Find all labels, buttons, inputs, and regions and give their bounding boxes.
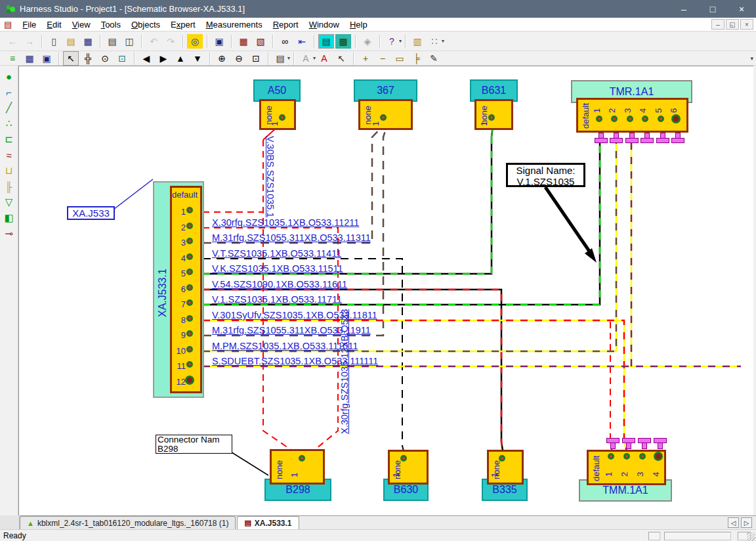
undo-button[interactable]: ↶	[146, 34, 161, 49]
label-pointer-button[interactable]: ↖	[333, 51, 349, 66]
signal-label-9[interactable]: M.PM.SZS1035.1XB.O533.111011	[212, 341, 358, 351]
wire-v301-branch[interactable]	[610, 322, 613, 457]
tab-scroll-right-button[interactable]: ▷	[741, 517, 752, 528]
leader-xa-label[interactable]	[114, 179, 153, 209]
pin-XA.J533.1-1[interactable]	[186, 207, 193, 213]
pan-left-button[interactable]: ◀	[138, 51, 154, 66]
label-auto-dropdown-icon[interactable]: ▾	[313, 55, 316, 61]
callout-connector-name[interactable]: Connector NamB298	[156, 435, 232, 454]
menu-help[interactable]: Help	[345, 18, 373, 31]
pin-TMM.1A1-2[interactable]	[623, 453, 630, 460]
pan-down-button[interactable]: ▼	[190, 51, 205, 66]
pin-B335-1[interactable]	[499, 455, 505, 462]
pin-TMR.1A1-2[interactable]	[611, 116, 618, 122]
menu-report[interactable]: Report	[268, 18, 304, 31]
node-tool-button[interactable]: ●	[2, 69, 16, 83]
terminal-pair-button[interactable]: ∷	[427, 34, 442, 49]
pin-TMM.1A1-3[interactable]	[639, 453, 646, 460]
schematic-view-button[interactable]: ▤	[318, 34, 334, 49]
signal-label-3[interactable]: V.T.SZS1035.1XB.O533.11411	[212, 248, 341, 259]
bend-tool-button[interactable]: ⌐	[2, 85, 16, 99]
print-button[interactable]: ▤	[104, 34, 120, 49]
terminal-pair-dropdown-icon[interactable]: ▾	[442, 38, 444, 44]
harness-view-button[interactable]: ▩	[335, 34, 351, 49]
connector-edit-button[interactable]: ✎	[426, 51, 442, 66]
probe-tool-button[interactable]: ⊸	[2, 227, 16, 241]
redo-button[interactable]: ↷	[163, 34, 178, 49]
callout-xa-label[interactable]: XA.J533	[67, 206, 115, 220]
pin-TMM.1A1-4[interactable]	[654, 452, 663, 461]
pin-B298-1[interactable]	[299, 455, 305, 462]
connector-tree-button[interactable]: ╞	[409, 51, 425, 66]
zoom-area-button[interactable]: ⊡	[114, 51, 130, 66]
pin-TMM.1A1-1[interactable]	[608, 453, 614, 460]
signal-label-5[interactable]: V.54.SZS1090.1XB.O533.11611	[212, 279, 347, 290]
goto-button[interactable]: ⇤	[294, 34, 310, 49]
pin-table-button[interactable]: ▦	[236, 34, 251, 49]
terminal-tool-button[interactable]: ▽	[2, 195, 16, 209]
pin-TMR.1A1-1[interactable]	[596, 116, 602, 122]
pin-XA.J533.1-5[interactable]	[186, 269, 193, 275]
zoom-out-button[interactable]: ⊖	[231, 51, 247, 66]
signal-label-7[interactable]: V.301SyUfv.SZS1035.1XB.O533.11811	[212, 310, 377, 320]
pan-right-button[interactable]: ▶	[156, 51, 171, 66]
resize-grip[interactable]	[747, 532, 755, 541]
back-button[interactable]: ←	[5, 34, 20, 49]
toolbar-overflow-icon[interactable]: ▾	[750, 55, 753, 62]
pin-B630-1[interactable]	[400, 455, 407, 462]
print-preview-button[interactable]: ◫	[121, 34, 137, 49]
menu-tools[interactable]: Tools	[96, 18, 126, 31]
net-table-button[interactable]: ▧	[253, 34, 268, 49]
zoom-button[interactable]: ⊙	[97, 51, 113, 66]
connector-small-button[interactable]: ▭	[392, 51, 408, 66]
render-3d-button[interactable]: ◈	[360, 34, 375, 49]
save-button[interactable]: ▦	[22, 51, 37, 66]
pin-TMR.1A1-3[interactable]	[627, 116, 633, 122]
pin-XA.J533.1-8[interactable]	[186, 315, 193, 322]
remove-pin-button[interactable]: −	[375, 51, 390, 66]
maximize-button[interactable]: □	[698, 0, 727, 18]
copy-button[interactable]: ▣	[211, 34, 227, 49]
splice-tool-button[interactable]: ∴	[2, 116, 16, 131]
help-dropdown-icon[interactable]: ▾	[399, 38, 402, 44]
pin-367-1[interactable]	[380, 114, 387, 121]
connector-tool-button[interactable]: ⊏	[2, 132, 16, 146]
find-button[interactable]: ∞	[277, 34, 293, 49]
menu-objects[interactable]: Objects	[126, 18, 165, 31]
pin-XA.J533.1-7[interactable]	[186, 299, 193, 306]
signal-label-10[interactable]: S.SDUEBT.SZS1035.1XB.O533.111111	[212, 356, 378, 366]
close-button[interactable]: ×	[727, 0, 756, 18]
measure-button[interactable]: ▥	[410, 34, 425, 49]
callout-arrow-line[interactable]	[545, 187, 591, 254]
menu-expert[interactable]: Expert	[165, 18, 201, 31]
signal-label-6[interactable]: V.1.SZS1035.1XB.O533.11711	[212, 294, 342, 305]
harness-tool-button[interactable]: ≡	[5, 51, 20, 66]
pin-XA.J533.1-10[interactable]	[186, 346, 193, 353]
signal-label-4[interactable]: V.K.SZS1035.1XB.O533.11511	[212, 263, 343, 274]
menu-measurements[interactable]: Measurements	[201, 18, 268, 31]
plug-tool-button[interactable]: ◧	[2, 211, 16, 225]
forward-button[interactable]: →	[22, 34, 37, 49]
zoom-document-button[interactable]: ◎	[187, 34, 203, 49]
vertical-signal-label-2[interactable]: X.30rfg.SZS1035.12XB.O533	[339, 309, 350, 434]
mdi-minimize-button[interactable]: –	[711, 19, 724, 30]
menu-window[interactable]: Window	[304, 18, 345, 31]
connector-label-367[interactable]: 367	[354, 79, 417, 102]
pin-TMR.1A1-6[interactable]	[671, 114, 681, 123]
menu-edit[interactable]: Edit	[41, 18, 66, 31]
schematic-canvas[interactable]: A50none1367none1B631none1TMR.1A1default1…	[18, 66, 753, 515]
mdi-close-button[interactable]: ×	[740, 19, 753, 30]
menu-file[interactable]: File	[17, 18, 41, 31]
pin-XA.J533.1-11[interactable]	[186, 361, 193, 368]
connector-label-A50[interactable]: A50	[253, 79, 301, 102]
open-button[interactable]: ▤	[63, 34, 79, 49]
pin-B631-1[interactable]	[488, 114, 495, 121]
label-text-button[interactable]: A	[316, 51, 332, 66]
pin-XA.J533.1-3[interactable]	[186, 238, 193, 244]
help-button[interactable]: ?	[384, 34, 400, 49]
tab-scroll-left-button[interactable]: ◁	[728, 517, 739, 528]
pin-XA.J533.1-4[interactable]	[186, 253, 193, 260]
wire-tool-button[interactable]: ≈	[2, 148, 16, 162]
signal-label-1[interactable]: X.30rfg.SZS1035.1XB.O533.11211	[212, 217, 359, 228]
document-tab-2[interactable]: ▤XA.J533.1	[237, 516, 299, 529]
